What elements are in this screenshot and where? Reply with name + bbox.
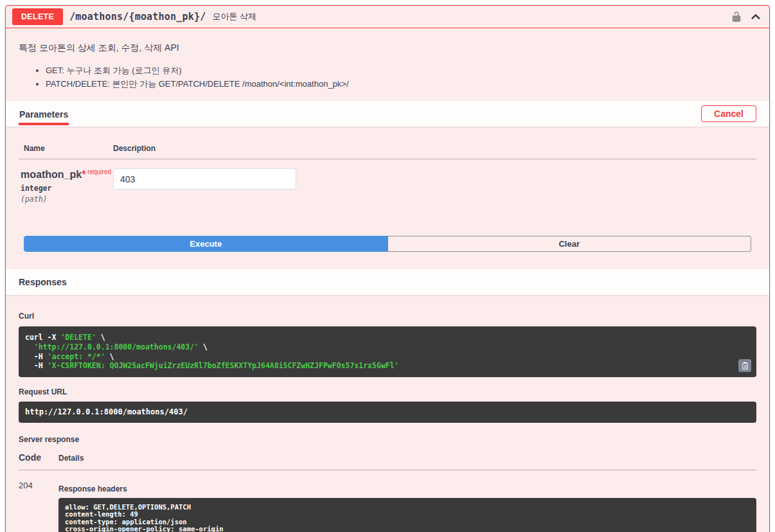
clear-button[interactable]: Clear [388,236,752,252]
parameters-table: Name Description moathon_pk*required int… [6,127,769,269]
method-badge: DELETE [12,8,63,25]
description-title: 특정 모아톤의 상세 조회, 수정, 삭제 API [19,42,756,54]
clipboard-copy-icon [741,362,749,370]
curl-label: Curl [19,312,756,321]
spacer [19,252,756,269]
server-response-label: Server response [19,435,756,444]
response-status-code: 204 [19,480,58,532]
server-response-row: 204 Response headers allow: GET,DELETE,O… [19,480,756,532]
parameter-name-text: moathon_pk [21,169,82,180]
parameters-table-head: Name Description [19,144,756,153]
copy-to-clipboard-button[interactable] [738,359,751,372]
request-url-label: Request URL [19,387,756,396]
auth-unlock-icon[interactable] [731,11,742,22]
column-header-description: Description [113,144,156,153]
parameter-location: (path) [21,195,113,204]
operation-block-delete: DELETE /moathons/{moathon_pk}/ 모아톤 삭제 특정… [5,5,770,532]
operation-path: /moathons/{moathon_pk}/ [69,11,206,22]
parameter-meta: moathon_pk*required integer (path) [21,168,113,204]
operation-description: 특정 모아톤의 상세 조회, 수정, 삭제 API GET: 누구나 조회 가능… [6,28,769,101]
response-details: Response headers allow: GET,DELETE,OPTIO… [58,480,756,532]
request-url-block: http://127.0.0.1:8000/moathons/403/ [19,402,756,422]
responses-title: Responses [19,270,67,294]
response-headers-label: Response headers [58,484,756,493]
parameters-section-header: Parameters Cancel [6,101,769,127]
moathon-pk-input[interactable] [113,168,296,190]
parameter-row: moathon_pk*required integer (path) [19,159,756,204]
server-response-table-head: Code Details [19,452,756,470]
operation-summary-text: 모아톤 삭제 [212,11,256,22]
collapse-chevron-up-icon[interactable] [750,11,762,22]
curl-command-text: curl -X 'DELETE' \ 'http://127.0.0.1:800… [25,333,399,370]
responses-section-header: Responses [6,269,769,295]
column-header-code: Code [19,452,58,463]
summary-icons [731,11,762,22]
responses-body: Curl curl -X 'DELETE' \ 'http://127.0.0.… [6,295,769,532]
execute-button[interactable]: Execute [24,236,388,252]
unlocked-padlock-icon [731,11,742,22]
curl-command-block: curl -X 'DELETE' \ 'http://127.0.0.1:800… [19,326,756,377]
tab-parameters[interactable]: Parameters [19,103,69,125]
description-bullet: PATCH/DELETE: 본인만 가능 GET/PATCH/DELETE /m… [46,78,756,90]
required-star: * [82,169,85,180]
parameter-name: moathon_pk*required [21,168,113,181]
response-headers-block: allow: GET,DELETE,OPTIONS,PATCH content-… [58,498,756,532]
execute-button-group: Execute Clear [24,236,751,252]
column-header-details: Details [58,454,84,463]
required-label: required [87,168,111,175]
description-bullet: GET: 누구나 조회 가능 (로그인 유저) [46,65,756,76]
operation-summary[interactable]: DELETE /moathons/{moathon_pk}/ 모아톤 삭제 [6,6,769,28]
parameter-type: integer [21,184,113,193]
cancel-button[interactable]: Cancel [701,105,756,122]
column-header-name: Name [24,144,113,153]
description-bullet-list: GET: 누구나 조회 가능 (로그인 유저) PATCH/DELETE: 본인… [19,65,756,90]
parameter-value-cell [113,168,296,204]
